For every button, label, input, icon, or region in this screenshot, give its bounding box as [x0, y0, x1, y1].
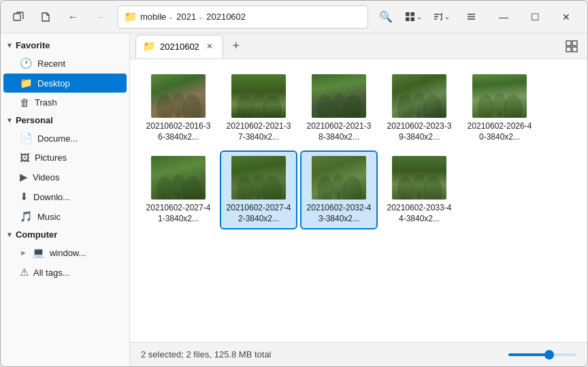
- forward-button[interactable]: →: [88, 5, 112, 29]
- sidebar-item-videos[interactable]: ▶ Videos: [3, 167, 127, 187]
- svg-rect-0: [14, 14, 20, 20]
- sidebar-item-desktop[interactable]: 📁 Desktop: [3, 74, 127, 93]
- file-name: 20210602-2023-39-3840x2...: [386, 121, 453, 142]
- file-name: 20210602-2027-42-3840x2...: [225, 203, 292, 224]
- sidebar-item-label: Trash: [35, 97, 57, 108]
- new-window-button[interactable]: [6, 5, 31, 29]
- tabs-bar: 📁 20210602 ✕ +: [130, 33, 587, 59]
- sidebar-item-label: window...: [50, 248, 86, 258]
- search-icon: 🔍: [379, 10, 393, 23]
- file-item[interactable]: 20210602-2026-40-3840x2...: [462, 70, 537, 146]
- svg-rect-15: [572, 47, 577, 52]
- desktop-icon: 📁: [20, 77, 33, 89]
- sidebar-item-pictures[interactable]: 🖼 Pictures: [3, 148, 127, 167]
- sidebar-section-favorite[interactable]: ▼ Favorite: [1, 37, 129, 53]
- file-thumbnail: [312, 156, 366, 200]
- svg-rect-24: [244, 112, 246, 118]
- svg-rect-60: [418, 191, 420, 200]
- sidebar-item-recent[interactable]: 🕐 Recent: [3, 54, 127, 73]
- file-item[interactable]: 20210602-2021-37-3840x2...: [221, 70, 296, 146]
- file-name: 20210602-2032-43-3840x2...: [306, 203, 372, 224]
- svg-rect-2: [411, 12, 415, 16]
- personal-label: Personal: [16, 115, 53, 125]
- svg-rect-49: [244, 193, 246, 200]
- file-area: 📁 20210602 ✕ +: [130, 33, 587, 366]
- computer-chevron: ▼: [6, 231, 13, 238]
- svg-point-53: [343, 176, 362, 200]
- sidebar-item-documents[interactable]: 📄 Docume...: [3, 129, 127, 148]
- svg-rect-55: [338, 191, 340, 200]
- file-item[interactable]: 20210602-2027-41-3840x2...: [141, 152, 216, 228]
- zoom-slider-thumb[interactable]: [544, 350, 554, 360]
- breadcrumb-folder-icon: 📁: [124, 10, 137, 23]
- window-controls: — ☐ ✕: [488, 5, 582, 29]
- computer-icon: 💻: [32, 246, 45, 259]
- breadcrumb: 📁 mobile ⌄ 2021 ⌄ 20210602: [118, 5, 368, 29]
- search-button[interactable]: 🔍: [374, 5, 398, 29]
- file-name: 20210602-2021-38-3840x2...: [306, 121, 372, 142]
- svg-rect-3: [406, 18, 410, 22]
- sidebar-item-label: Videos: [33, 172, 60, 182]
- favorite-chevron: ▼: [6, 42, 13, 49]
- menu-button[interactable]: [457, 5, 485, 29]
- file-item[interactable]: 20210602-2032-43-3840x2...: [301, 152, 376, 228]
- titlebar: ← → 📁 mobile ⌄ 2021 ⌄ 20210602 🔍: [1, 1, 587, 33]
- file-item[interactable]: 20210602-2027-42-3840x2...: [221, 152, 296, 228]
- svg-rect-20: [177, 110, 179, 118]
- sidebar-item-tags[interactable]: ⚠ All tags...: [3, 263, 127, 282]
- svg-rect-35: [418, 110, 420, 118]
- breadcrumb-segment-20210602[interactable]: 20210602: [206, 12, 246, 22]
- back-button[interactable]: ←: [61, 5, 85, 29]
- file-item[interactable]: 20210602-2016-36-3840x2...: [141, 70, 216, 146]
- svg-rect-1: [406, 12, 410, 16]
- sidebar-item-downloads[interactable]: ⬇ Downlo...: [3, 187, 127, 206]
- layout-toggle-button[interactable]: [561, 36, 582, 57]
- file-thumbnail: [392, 156, 446, 200]
- svg-rect-14: [566, 47, 571, 52]
- sidebar-item-label: Recent: [37, 59, 65, 69]
- sidebar-item-music[interactable]: 🎵 Music: [3, 207, 127, 226]
- sidebar-section-personal[interactable]: ▼ Personal: [1, 112, 129, 128]
- new-tab-button[interactable]: +: [226, 36, 246, 57]
- breadcrumb-segment-mobile[interactable]: mobile ⌄: [140, 12, 174, 22]
- statusbar: 2 selected; 2 files, 125.8 MB total: [130, 342, 587, 366]
- file-item[interactable]: 20210602-2021-38-3840x2...: [301, 70, 376, 146]
- recent-icon: 🕐: [20, 57, 33, 69]
- tab-close-button[interactable]: ✕: [203, 40, 216, 52]
- sidebar-item-label: Music: [37, 212, 61, 222]
- pictures-icon: 🖼: [20, 152, 30, 163]
- tags-icon: ⚠: [20, 266, 29, 278]
- svg-point-23: [263, 95, 282, 118]
- svg-rect-39: [485, 112, 487, 118]
- svg-rect-54: [324, 193, 326, 200]
- file-item[interactable]: 20210602-2023-39-3840x2...: [382, 70, 457, 146]
- file-thumbnail: [472, 74, 527, 118]
- svg-point-28: [343, 95, 362, 118]
- minimize-button[interactable]: —: [488, 5, 519, 29]
- tab-20210602[interactable]: 📁 20210602 ✕: [135, 35, 223, 58]
- sidebar-item-trash[interactable]: 🗑 Trash: [3, 93, 127, 112]
- grid-view-chevron: ⌄: [416, 13, 422, 20]
- sidebar-item-windows[interactable]: ► 💻 window...: [3, 243, 127, 262]
- file-thumbnail: [151, 156, 206, 200]
- sidebar-item-label: Desktop: [37, 78, 70, 89]
- sidebar-item-label: Docume...: [37, 133, 78, 144]
- file-manager-window: ← → 📁 mobile ⌄ 2021 ⌄ 20210602 🔍: [0, 0, 588, 367]
- file-item[interactable]: 20210602-2033-44-3840x2...: [382, 152, 457, 228]
- file-thumbnail: [231, 156, 286, 200]
- svg-rect-45: [177, 191, 179, 200]
- file-button[interactable]: [33, 5, 58, 29]
- sort-button[interactable]: ⌄: [429, 5, 454, 29]
- zoom-slider[interactable]: [508, 353, 576, 356]
- svg-rect-25: [257, 110, 259, 118]
- computer-label: Computer: [16, 229, 57, 240]
- breadcrumb-segment-2021[interactable]: 2021 ⌄: [176, 12, 203, 22]
- file-thumbnail: [392, 74, 446, 118]
- grid-view-button[interactable]: ⌄: [401, 5, 426, 29]
- favorite-label: Favorite: [16, 40, 50, 50]
- maximize-button[interactable]: ☐: [519, 5, 551, 29]
- sidebar-section-computer[interactable]: ▼ Computer: [1, 227, 129, 242]
- svg-rect-30: [338, 110, 340, 118]
- file-name: 20210602-2016-36-3840x2...: [145, 121, 212, 142]
- close-button[interactable]: ✕: [551, 5, 582, 29]
